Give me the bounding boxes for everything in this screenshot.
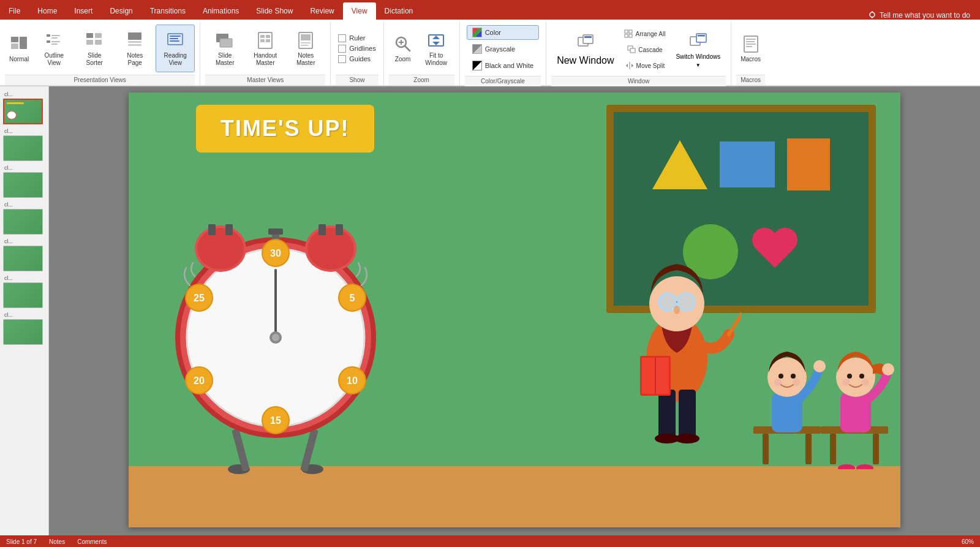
new-window-button[interactable]: New Window xyxy=(551,26,619,74)
slide-thumb-5[interactable]: cl... xyxy=(3,238,45,271)
svg-rect-26 xyxy=(260,35,265,38)
slide-master-button[interactable]: Slide Master xyxy=(205,25,244,72)
ruler-checkbox[interactable]: Ruler xyxy=(338,34,375,42)
macros-button[interactable]: Macros xyxy=(736,25,765,72)
tab-design[interactable]: Design xyxy=(101,2,141,20)
macros-label: Macros xyxy=(736,75,765,85)
slide-thumb-2[interactable]: cl... xyxy=(3,128,45,161)
move-split-button[interactable]: Move Split xyxy=(620,58,669,73)
presentation-views-label: Presentation Views xyxy=(5,75,195,85)
notes-master-icon xyxy=(296,31,315,50)
normal-view-button[interactable]: Normal xyxy=(5,25,33,72)
tab-review[interactable]: Review xyxy=(301,2,342,20)
slide-thumb-img-3 xyxy=(3,172,43,198)
svg-rect-33 xyxy=(301,45,308,46)
svg-rect-41 xyxy=(584,36,592,38)
svg-rect-47 xyxy=(630,48,635,53)
slide-thumb-7[interactable]: cl... xyxy=(3,312,45,345)
tab-animations[interactable]: Animations xyxy=(194,2,247,20)
svg-rect-21 xyxy=(170,38,178,39)
tab-view[interactable]: View xyxy=(343,2,376,20)
slide-master-icon xyxy=(215,31,235,50)
tab-transitions[interactable]: Transitions xyxy=(141,2,194,20)
color-button[interactable]: Color xyxy=(467,25,539,40)
reading-view-button[interactable]: Reading View xyxy=(156,25,195,72)
macros-label: Macros xyxy=(741,56,761,63)
switch-windows-button[interactable]: Switch Windows ▼ xyxy=(670,26,726,74)
slide-thumb-label-4: cl... xyxy=(3,202,13,208)
tell-me-input[interactable]: Tell me what you want to do xyxy=(868,11,970,20)
slide-thumb-6[interactable]: cl... xyxy=(3,275,45,308)
svg-text:10: 10 xyxy=(347,375,358,386)
tab-insert[interactable]: Insert xyxy=(66,2,101,20)
svg-point-95 xyxy=(678,294,694,310)
svg-rect-67 xyxy=(208,224,216,235)
svg-rect-53 xyxy=(746,39,756,40)
svg-point-0 xyxy=(870,12,875,17)
arrange-all-button[interactable]: Arrange All xyxy=(620,26,669,41)
slide-sorter-icon xyxy=(85,31,104,50)
shape-rect xyxy=(787,138,830,191)
svg-rect-31 xyxy=(301,34,311,40)
notes-page-label: Notes Page xyxy=(119,52,150,67)
reading-view-icon xyxy=(165,31,185,50)
lightbulb-icon xyxy=(868,11,876,20)
svg-rect-24 xyxy=(220,39,232,47)
slide-thumb-4[interactable]: cl... xyxy=(3,202,45,235)
slide-sorter-label: Slide Sorter xyxy=(79,52,110,67)
black-and-white-button[interactable]: Black and White xyxy=(467,58,539,73)
svg-rect-107 xyxy=(763,434,769,464)
window-stacked-buttons: Arrange All Cascade xyxy=(620,26,669,74)
cascade-button[interactable]: Cascade xyxy=(620,42,669,57)
tab-file[interactable]: File xyxy=(0,2,29,20)
ruler-check-box xyxy=(338,34,346,42)
svg-rect-44 xyxy=(625,34,628,37)
color-grayscale-label: Color/Grayscale xyxy=(465,76,541,86)
slide-thumb-3[interactable]: cl... xyxy=(3,165,45,198)
notes-master-label: Notes Master xyxy=(290,52,321,67)
tab-home[interactable]: Home xyxy=(29,2,66,20)
notes-page-button[interactable]: Notes Page xyxy=(115,25,154,72)
svg-rect-117 xyxy=(830,434,836,464)
svg-point-94 xyxy=(660,294,676,310)
normal-view-icon xyxy=(9,34,29,54)
fit-to-window-icon xyxy=(426,31,446,50)
guides-checkbox[interactable]: Guides xyxy=(338,55,375,63)
svg-rect-98 xyxy=(658,390,676,439)
svg-point-70 xyxy=(307,228,354,270)
tab-dictation[interactable]: Dictation xyxy=(376,2,422,20)
svg-rect-7 xyxy=(51,35,60,36)
bw-swatch xyxy=(472,61,482,70)
slide-thumb-label-1: cl... xyxy=(3,91,13,97)
notes-master-button[interactable]: Notes Master xyxy=(286,25,325,72)
svg-text:25: 25 xyxy=(194,293,205,303)
notes-label[interactable]: Notes xyxy=(49,538,65,545)
svg-point-125 xyxy=(882,363,894,375)
normal-view-label: Normal xyxy=(9,56,29,63)
svg-point-112 xyxy=(791,374,796,379)
fit-to-window-button[interactable]: Fit to Window xyxy=(418,25,454,72)
outline-view-button[interactable]: Outline View xyxy=(34,25,74,72)
svg-point-123 xyxy=(842,379,850,386)
slide-thumb-img-5 xyxy=(3,246,43,271)
outline-view-icon xyxy=(44,31,64,50)
svg-rect-5 xyxy=(11,43,18,49)
slide-thumb-1[interactable]: cl... xyxy=(3,91,45,124)
switch-windows-label: Switch Windows xyxy=(676,53,720,61)
handout-master-button[interactable]: Handout Master xyxy=(246,25,285,72)
svg-point-101 xyxy=(675,434,699,443)
svg-rect-1 xyxy=(871,17,873,18)
ribbon-group-macros: Macros Macros xyxy=(731,22,770,85)
comments-label[interactable]: Comments xyxy=(77,538,107,545)
zoom-button[interactable]: Zoom xyxy=(389,25,417,72)
shape-heart xyxy=(750,228,799,274)
gridlines-checkbox[interactable]: Gridlines xyxy=(338,45,375,53)
grayscale-button[interactable]: Grayscale xyxy=(467,42,539,56)
slide-thumb-label-3: cl... xyxy=(3,165,13,171)
slide-thumb-img-4 xyxy=(3,209,43,235)
tab-slideshow[interactable]: Slide Show xyxy=(247,2,301,20)
slide-canvas[interactable]: TIME'S UP! TIME LIMIT: 30 seconds xyxy=(129,92,900,527)
slide-sorter-button[interactable]: Slide Sorter xyxy=(75,25,114,72)
svg-point-97 xyxy=(674,306,680,314)
svg-rect-32 xyxy=(301,42,311,43)
